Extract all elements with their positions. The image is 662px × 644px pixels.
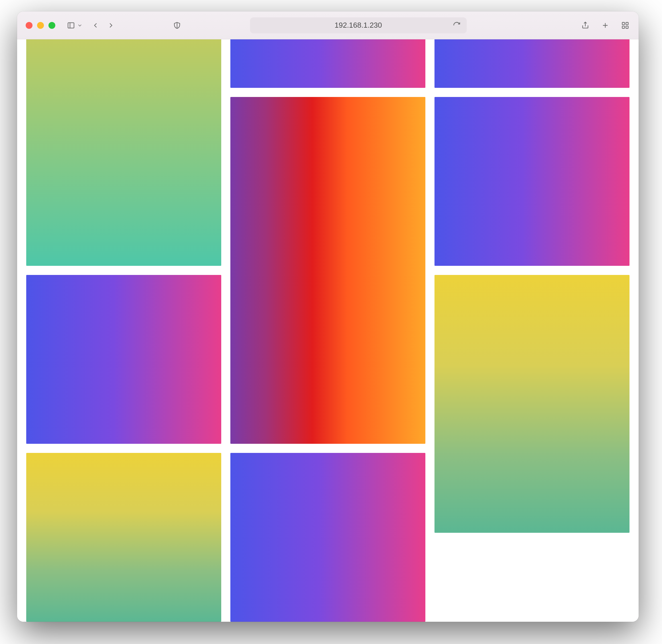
gradient-tile[interactable] bbox=[26, 453, 221, 622]
gradient-tile[interactable] bbox=[434, 97, 630, 266]
gradient-tile[interactable] bbox=[26, 39, 221, 266]
gradient-grid bbox=[17, 39, 639, 622]
tab-overview-icon[interactable] bbox=[620, 21, 630, 30]
browser-window: 192.168.1.230 bbox=[17, 12, 639, 622]
svg-rect-7 bbox=[626, 22, 628, 25]
svg-rect-0 bbox=[68, 23, 74, 28]
reload-icon[interactable] bbox=[452, 21, 462, 30]
chevron-down-icon[interactable] bbox=[77, 21, 83, 30]
window-maximize-button[interactable] bbox=[48, 22, 55, 29]
privacy-shield-icon[interactable] bbox=[172, 21, 182, 30]
back-button[interactable] bbox=[91, 21, 100, 30]
browser-toolbar: 192.168.1.230 bbox=[17, 12, 639, 39]
forward-button[interactable] bbox=[106, 21, 116, 30]
svg-rect-9 bbox=[626, 26, 628, 28]
address-text: 192.168.1.230 bbox=[335, 21, 382, 30]
gradient-tile[interactable] bbox=[230, 453, 425, 622]
svg-rect-6 bbox=[622, 22, 624, 25]
gradient-tile[interactable] bbox=[230, 97, 425, 444]
window-close-button[interactable] bbox=[26, 22, 32, 29]
gradient-tile[interactable] bbox=[230, 39, 425, 88]
gradient-tile[interactable] bbox=[434, 275, 630, 533]
svg-rect-8 bbox=[622, 26, 624, 28]
new-tab-icon[interactable] bbox=[600, 21, 610, 30]
page-viewport bbox=[17, 39, 639, 622]
window-controls bbox=[26, 22, 55, 29]
window-minimize-button[interactable] bbox=[37, 22, 44, 29]
sidebar-toggle-icon[interactable] bbox=[66, 21, 76, 30]
gradient-tile[interactable] bbox=[26, 275, 221, 444]
address-bar[interactable]: 192.168.1.230 bbox=[250, 17, 467, 33]
share-icon[interactable] bbox=[581, 21, 590, 30]
gradient-tile[interactable] bbox=[434, 39, 630, 88]
